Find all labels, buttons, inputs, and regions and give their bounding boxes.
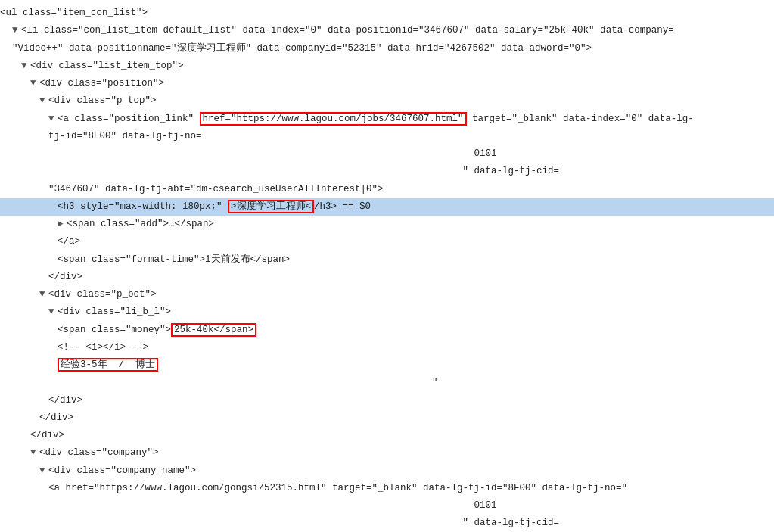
code-line: </div> xyxy=(0,409,774,427)
code-line: ▼ <div class="company"> xyxy=(0,444,774,462)
code-line: <span class="format-time">1天前发布</span> xyxy=(0,251,774,269)
highlighted-code: 25k-40k</span> xyxy=(171,323,256,337)
code-text: 0101 xyxy=(48,148,497,159)
code-text: </a> xyxy=(58,236,80,247)
code-line: </div> xyxy=(0,392,774,409)
code-text: <span class="format-time">1天前发布</span> xyxy=(58,254,290,265)
code-line: ▼ <a class="position_link" href="https:/… xyxy=(0,110,774,128)
code-text: <div class="list_item_top"> xyxy=(30,61,184,71)
tree-toggle[interactable]: ▼ xyxy=(39,287,48,303)
code-text: "Video++" data-positionname="深度学习工程师" da… xyxy=(12,43,592,54)
code-text: </div> xyxy=(48,395,82,406)
code-line: 0101 xyxy=(0,145,774,163)
code-text: <a href="https://www.lagou.com/gongsi/52… xyxy=(48,483,627,493)
code-line: ▼ <li class="con_list_item default_list"… xyxy=(0,22,774,39)
code-text: </div> xyxy=(30,430,64,440)
code-text: " data-lg-tj-cid= xyxy=(48,166,559,176)
code-line: ▼ <div class="list_item_top"> xyxy=(0,58,774,75)
code-text: " data-lg-tj-cid= xyxy=(48,518,559,528)
tree-toggle[interactable]: ▶ xyxy=(58,216,67,232)
code-line: " data-lg-tj-cid= xyxy=(0,163,774,180)
code-line: </a> xyxy=(0,233,774,250)
tree-toggle[interactable]: ▼ xyxy=(48,111,58,127)
highlighted-code: >深度学习工程师< xyxy=(228,200,314,213)
code-text: 0101 xyxy=(48,500,497,511)
tree-toggle[interactable]: ▼ xyxy=(30,76,39,92)
highlighted-code: href="https://www.lagou.com/jobs/3467607… xyxy=(200,112,467,126)
code-text: " xyxy=(58,377,438,387)
code-line: tj-id="8E00" data-lg-tj-no= xyxy=(0,128,774,145)
code-text: </div> xyxy=(39,412,73,423)
code-line: </div> xyxy=(0,269,774,286)
tree-toggle[interactable]: ▼ xyxy=(39,463,48,479)
code-text: <li class="con_list_item default_list" d… xyxy=(21,25,674,36)
code-text: <div class="position"> xyxy=(39,78,164,89)
code-line: <span class="money">25k-40k</span> xyxy=(0,322,774,339)
code-text: <span class="money"> xyxy=(58,325,171,335)
code-line: <ul class="item_con_list"> xyxy=(0,5,774,22)
code-text: <div class="company_name"> xyxy=(48,465,196,476)
code-line: 0101 xyxy=(0,497,774,515)
highlighted-code: 经验3-5年 / 博士 xyxy=(58,358,158,372)
code-line: <h3 style="max-width: 180px;" >深度学习工程师</… xyxy=(0,198,774,216)
code-text: target="_blank" data-index="0" data-lg- xyxy=(467,114,694,124)
code-text: </div> xyxy=(48,272,82,282)
tree-toggle[interactable]: ▼ xyxy=(12,23,21,39)
code-line: <a href="https://www.lagou.com/gongsi/52… xyxy=(0,480,774,497)
tree-toggle[interactable]: ▼ xyxy=(21,58,30,74)
code-line: </div> xyxy=(0,427,774,444)
tree-toggle[interactable]: ▼ xyxy=(30,445,39,461)
code-line: ▼ <div class="position"> xyxy=(0,75,774,92)
code-line: ▼ <div class="li_b_l"> xyxy=(0,303,774,321)
code-text: <div class="p_bot"> xyxy=(48,289,157,300)
code-text: <a class="position_link" xyxy=(58,114,200,124)
code-line: ▼ <div class="p_bot"> xyxy=(0,286,774,303)
code-text: <div class="company"> xyxy=(39,447,159,458)
code-line: ▼ <div class="p_top"> xyxy=(0,92,774,110)
code-line: <!-- <i></i> --> xyxy=(0,339,774,356)
code-text: <span class="add">…</span> xyxy=(67,219,214,229)
code-text: /h3> == $0 xyxy=(314,201,371,212)
code-line: "Video++" data-positionname="深度学习工程师" da… xyxy=(0,40,774,58)
code-line: ▼ <div class="company_name"> xyxy=(0,462,774,480)
code-text: tj-id="8E00" data-lg-tj-no= xyxy=(48,131,202,142)
code-text: <!-- <i></i> --> xyxy=(58,342,148,353)
tree-toggle[interactable]: ▼ xyxy=(39,93,48,109)
code-line: " xyxy=(0,374,774,391)
code-line: ▶ <span class="add">…</span> xyxy=(0,216,774,233)
code-text: <ul class="item_con_list"> xyxy=(0,8,148,18)
code-viewer: <ul class="item_con_list">▼ <li class="c… xyxy=(0,0,774,532)
tree-toggle[interactable]: ▼ xyxy=(48,304,58,320)
code-text: <div class="li_b_l"> xyxy=(58,306,171,317)
code-line: 经验3-5年 / 博士 xyxy=(0,356,774,374)
code-text: "3467607" data-lg-tj-abt="dm-csearch_use… xyxy=(48,184,384,194)
code-text: <div class="p_top"> xyxy=(48,95,157,106)
code-line: " data-lg-tj-cid= xyxy=(0,515,774,532)
code-line: "3467607" data-lg-tj-abt="dm-csearch_use… xyxy=(0,181,774,198)
code-text: <h3 style="max-width: 180px;" xyxy=(58,201,228,212)
